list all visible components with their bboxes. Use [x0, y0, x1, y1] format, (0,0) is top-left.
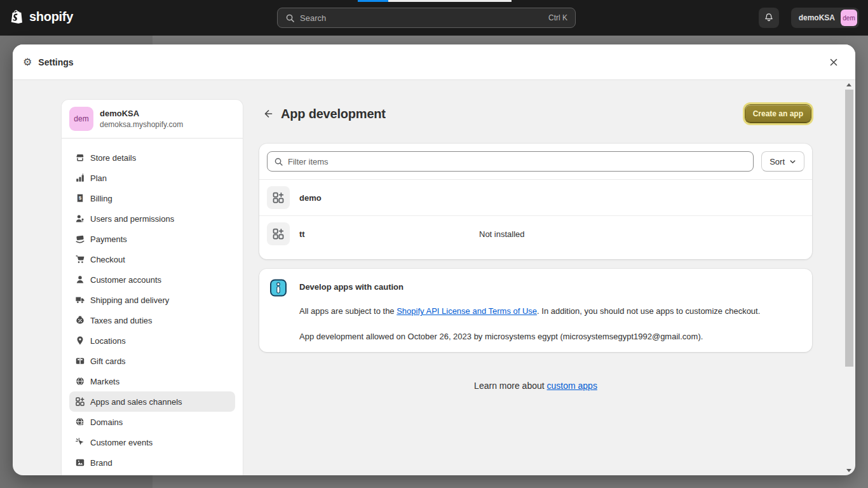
users-icon	[74, 214, 85, 224]
storefront-icon	[74, 152, 85, 163]
develop-apps-caution-card: Develop apps with caution All apps are s…	[259, 269, 812, 352]
app-tile-icon	[267, 186, 290, 209]
caution-text: . In addition, you should not use apps t…	[537, 306, 760, 316]
customer-events-icon	[74, 437, 85, 448]
page-loading-progress	[358, 0, 388, 2]
shopify-wordmark: shopify	[29, 10, 73, 24]
sidebar-item-label: Plan	[90, 173, 107, 183]
gift-card-icon	[74, 356, 85, 367]
sidebar-item-payments[interactable]: Payments	[69, 229, 235, 249]
sidebar-item-label: Domains	[90, 417, 123, 427]
search-shortcut: Ctrl K	[548, 13, 567, 22]
search-icon	[285, 13, 295, 23]
filter-search-icon	[274, 157, 283, 166]
store-card: dem demoKSA demoksa.myshopify.com	[62, 100, 243, 139]
sidebar-item-checkout[interactable]: Checkout	[69, 249, 235, 269]
page-header: App development Create an app	[259, 105, 812, 123]
close-icon	[829, 58, 838, 67]
sidebar-item-customer-accounts[interactable]: Customer accounts	[69, 269, 235, 290]
api-license-link[interactable]: Shopify API License and Terms of Use	[397, 306, 537, 316]
sidebar-item-label: Billing	[90, 194, 112, 203]
scroll-down-arrow[interactable]	[846, 469, 851, 472]
brand-image-icon	[74, 458, 85, 468]
sidebar-item-plan[interactable]: Plan	[69, 168, 235, 188]
sidebar-item-gift-cards[interactable]: Gift cards	[69, 351, 235, 371]
caution-line-1: All apps are subject to the Shopify API …	[299, 306, 760, 317]
checkout-cart-icon	[74, 254, 85, 265]
domains-globe-icon	[74, 417, 85, 428]
filter-items-field[interactable]	[267, 151, 754, 172]
sidebar-item-apps-sales-channels[interactable]: Apps and sales channels	[69, 391, 235, 412]
sidebar-item-taxes-duties[interactable]: Taxes and duties	[69, 310, 235, 330]
notifications-button[interactable]	[759, 8, 779, 28]
global-search[interactable]: Ctrl K	[277, 8, 576, 28]
payments-icon	[74, 234, 85, 245]
sidebar-item-markets[interactable]: Markets	[69, 371, 235, 391]
sidebar-item-brand[interactable]: Brand	[69, 452, 235, 473]
billing-receipt-icon: $	[74, 193, 85, 204]
modal-scrollbar[interactable]	[845, 81, 853, 474]
gear-icon: ⚙	[23, 57, 32, 67]
location-pin-icon	[74, 336, 85, 346]
custom-apps-link[interactable]: custom apps	[547, 381, 597, 391]
caution-title: Develop apps with caution	[299, 279, 760, 292]
apps-grid-icon	[74, 396, 85, 407]
app-status: Not installed	[479, 229, 525, 239]
app-development-page: App development Create an app Sort	[259, 80, 812, 391]
apps-grid-icon	[272, 227, 285, 240]
create-an-app-button[interactable]: Create an app	[745, 105, 811, 123]
settings-nav: Store details Plan $ Billing Users and p…	[62, 139, 243, 475]
filter-items-input[interactable]	[288, 157, 747, 166]
info-icon	[269, 279, 287, 342]
user-avatar: dem	[841, 10, 857, 26]
close-settings-button[interactable]	[825, 53, 843, 71]
settings-modal-body: dem demoKSA demoksa.myshopify.com Store …	[13, 80, 855, 475]
customer-accounts-icon	[74, 274, 85, 285]
app-name: tt	[299, 229, 479, 239]
app-name: demo	[299, 193, 479, 203]
filter-row: Sort	[259, 144, 812, 179]
caution-text: All apps are subject to the	[299, 306, 397, 316]
sidebar-item-label: Store details	[90, 153, 136, 163]
sidebar-item-label: Users and permissions	[90, 214, 174, 224]
sidebar-item-shipping-delivery[interactable]: Shipping and delivery	[69, 290, 235, 310]
app-row-demo[interactable]: demo	[259, 179, 812, 215]
sidebar-item-label: Apps and sales channels	[90, 397, 182, 407]
sidebar-item-locations[interactable]: Locations	[69, 330, 235, 351]
sidebar-item-billing[interactable]: $ Billing	[69, 188, 235, 208]
learn-more-footer: Learn more about custom apps	[259, 381, 812, 391]
scrollbar-thumb[interactable]	[845, 90, 853, 367]
sort-button[interactable]: Sort	[761, 151, 804, 172]
apps-list-card: Sort demo tt Not installed	[259, 144, 812, 259]
app-row-tt[interactable]: tt Not installed	[259, 215, 812, 252]
store-avatar: dem	[69, 107, 93, 131]
settings-modal-header: ⚙ Settings	[13, 44, 855, 80]
search-input[interactable]	[300, 13, 543, 23]
markets-globe-icon	[74, 376, 85, 387]
shopify-logo[interactable]: shopify	[9, 9, 73, 25]
back-button[interactable]	[259, 105, 277, 123]
user-menu[interactable]: demoKSA dem	[791, 8, 859, 28]
sidebar-item-store-details[interactable]: Store details	[69, 147, 235, 168]
shopify-bag-icon	[9, 9, 25, 25]
scroll-up-arrow[interactable]	[846, 83, 851, 86]
sidebar-item-label: Customer events	[90, 438, 153, 447]
sidebar-item-label: Markets	[90, 377, 119, 386]
sidebar-item-label: Taxes and duties	[90, 316, 153, 325]
back-arrow-icon	[262, 108, 274, 119]
sidebar-item-label: Shipping and delivery	[90, 295, 169, 305]
apps-grid-icon	[272, 191, 285, 204]
caution-line-2: App development allowed on October 26, 2…	[299, 331, 760, 342]
sidebar-item-users-permissions[interactable]: Users and permissions	[69, 208, 235, 229]
sidebar-item-domains[interactable]: Domains	[69, 412, 235, 432]
shipping-truck-icon	[74, 295, 85, 306]
sidebar-item-label: Customer accounts	[90, 275, 161, 285]
store-name: demoKSA	[100, 109, 183, 118]
admin-topbar: shopify Ctrl K demoKSA dem	[0, 0, 868, 36]
taxes-icon	[74, 315, 85, 326]
sort-label: Sort	[770, 157, 785, 166]
settings-sidebar: dem demoKSA demoksa.myshopify.com Store …	[61, 99, 243, 475]
sidebar-item-customer-events[interactable]: Customer events	[69, 432, 235, 452]
learn-more-text: Learn more about	[474, 381, 546, 391]
sidebar-item-label: Gift cards	[90, 356, 126, 366]
